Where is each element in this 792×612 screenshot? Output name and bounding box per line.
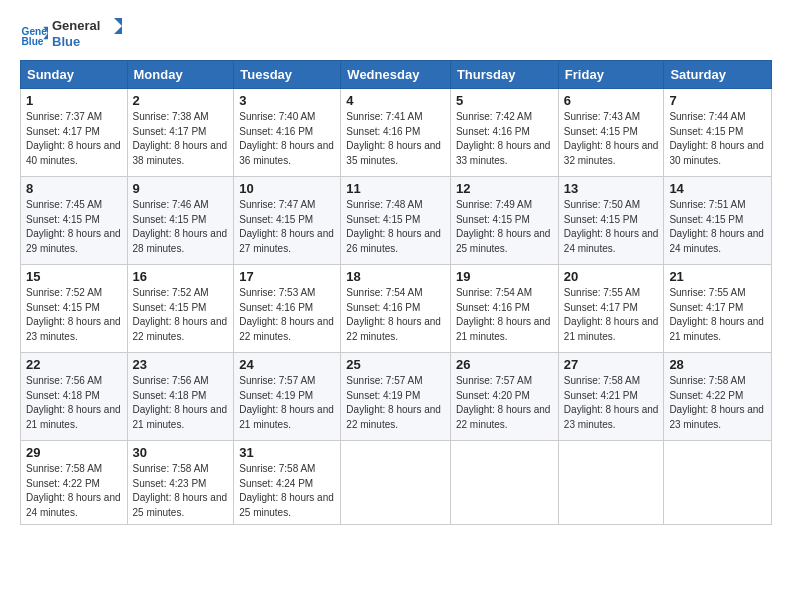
- weekday-header-tuesday: Tuesday: [234, 61, 341, 89]
- day-info: Sunrise: 7:54 AMSunset: 4:16 PMDaylight:…: [456, 287, 551, 342]
- calendar-cell: 28 Sunrise: 7:58 AMSunset: 4:22 PMDaylig…: [664, 353, 772, 441]
- day-info: Sunrise: 7:57 AMSunset: 4:19 PMDaylight:…: [346, 375, 441, 430]
- calendar-week-4: 22 Sunrise: 7:56 AMSunset: 4:18 PMDaylig…: [21, 353, 772, 441]
- svg-text:Blue: Blue: [22, 36, 44, 47]
- day-number: 3: [239, 93, 335, 108]
- day-info: Sunrise: 7:43 AMSunset: 4:15 PMDaylight:…: [564, 111, 659, 166]
- day-number: 22: [26, 357, 122, 372]
- day-number: 15: [26, 269, 122, 284]
- day-info: Sunrise: 7:56 AMSunset: 4:18 PMDaylight:…: [26, 375, 121, 430]
- calendar-cell: 19 Sunrise: 7:54 AMSunset: 4:16 PMDaylig…: [450, 265, 558, 353]
- day-number: 5: [456, 93, 553, 108]
- svg-marker-5: [114, 18, 122, 34]
- day-number: 9: [133, 181, 229, 196]
- logo-svg: General Blue: [52, 16, 122, 50]
- logo-icon: General Blue: [20, 19, 48, 47]
- day-info: Sunrise: 7:45 AMSunset: 4:15 PMDaylight:…: [26, 199, 121, 254]
- calendar-cell: 31 Sunrise: 7:58 AMSunset: 4:24 PMDaylig…: [234, 441, 341, 525]
- day-info: Sunrise: 7:58 AMSunset: 4:22 PMDaylight:…: [26, 463, 121, 518]
- calendar-cell: 23 Sunrise: 7:56 AMSunset: 4:18 PMDaylig…: [127, 353, 234, 441]
- calendar-cell: 25 Sunrise: 7:57 AMSunset: 4:19 PMDaylig…: [341, 353, 451, 441]
- day-number: 7: [669, 93, 766, 108]
- calendar-cell: [664, 441, 772, 525]
- calendar-week-1: 1 Sunrise: 7:37 AMSunset: 4:17 PMDayligh…: [21, 89, 772, 177]
- day-number: 20: [564, 269, 659, 284]
- calendar-cell: 2 Sunrise: 7:38 AMSunset: 4:17 PMDayligh…: [127, 89, 234, 177]
- day-number: 18: [346, 269, 445, 284]
- calendar-cell: 21 Sunrise: 7:55 AMSunset: 4:17 PMDaylig…: [664, 265, 772, 353]
- day-number: 29: [26, 445, 122, 460]
- day-info: Sunrise: 7:41 AMSunset: 4:16 PMDaylight:…: [346, 111, 441, 166]
- day-info: Sunrise: 7:52 AMSunset: 4:15 PMDaylight:…: [133, 287, 228, 342]
- calendar-cell: 24 Sunrise: 7:57 AMSunset: 4:19 PMDaylig…: [234, 353, 341, 441]
- day-number: 1: [26, 93, 122, 108]
- weekday-header-sunday: Sunday: [21, 61, 128, 89]
- day-info: Sunrise: 7:40 AMSunset: 4:16 PMDaylight:…: [239, 111, 334, 166]
- calendar-cell: 17 Sunrise: 7:53 AMSunset: 4:16 PMDaylig…: [234, 265, 341, 353]
- day-number: 17: [239, 269, 335, 284]
- calendar-cell: 16 Sunrise: 7:52 AMSunset: 4:15 PMDaylig…: [127, 265, 234, 353]
- day-number: 23: [133, 357, 229, 372]
- calendar-cell: [341, 441, 451, 525]
- day-info: Sunrise: 7:47 AMSunset: 4:15 PMDaylight:…: [239, 199, 334, 254]
- day-number: 24: [239, 357, 335, 372]
- logo: General Blue General Blue: [20, 16, 122, 50]
- day-number: 16: [133, 269, 229, 284]
- day-info: Sunrise: 7:58 AMSunset: 4:21 PMDaylight:…: [564, 375, 659, 430]
- day-info: Sunrise: 7:54 AMSunset: 4:16 PMDaylight:…: [346, 287, 441, 342]
- day-number: 10: [239, 181, 335, 196]
- calendar-week-2: 8 Sunrise: 7:45 AMSunset: 4:15 PMDayligh…: [21, 177, 772, 265]
- calendar-cell: 8 Sunrise: 7:45 AMSunset: 4:15 PMDayligh…: [21, 177, 128, 265]
- calendar-cell: 22 Sunrise: 7:56 AMSunset: 4:18 PMDaylig…: [21, 353, 128, 441]
- day-number: 31: [239, 445, 335, 460]
- day-info: Sunrise: 7:50 AMSunset: 4:15 PMDaylight:…: [564, 199, 659, 254]
- day-info: Sunrise: 7:55 AMSunset: 4:17 PMDaylight:…: [564, 287, 659, 342]
- day-info: Sunrise: 7:58 AMSunset: 4:22 PMDaylight:…: [669, 375, 764, 430]
- svg-text:Blue: Blue: [52, 34, 80, 49]
- calendar-cell: 18 Sunrise: 7:54 AMSunset: 4:16 PMDaylig…: [341, 265, 451, 353]
- calendar-cell: 30 Sunrise: 7:58 AMSunset: 4:23 PMDaylig…: [127, 441, 234, 525]
- calendar-cell: 29 Sunrise: 7:58 AMSunset: 4:22 PMDaylig…: [21, 441, 128, 525]
- day-number: 6: [564, 93, 659, 108]
- weekday-header-saturday: Saturday: [664, 61, 772, 89]
- day-number: 30: [133, 445, 229, 460]
- day-info: Sunrise: 7:58 AMSunset: 4:24 PMDaylight:…: [239, 463, 334, 518]
- day-number: 2: [133, 93, 229, 108]
- weekday-header-friday: Friday: [558, 61, 664, 89]
- day-number: 25: [346, 357, 445, 372]
- day-info: Sunrise: 7:53 AMSunset: 4:16 PMDaylight:…: [239, 287, 334, 342]
- calendar-cell: 10 Sunrise: 7:47 AMSunset: 4:15 PMDaylig…: [234, 177, 341, 265]
- day-number: 8: [26, 181, 122, 196]
- day-number: 28: [669, 357, 766, 372]
- calendar-cell: 3 Sunrise: 7:40 AMSunset: 4:16 PMDayligh…: [234, 89, 341, 177]
- calendar-week-3: 15 Sunrise: 7:52 AMSunset: 4:15 PMDaylig…: [21, 265, 772, 353]
- calendar-cell: 7 Sunrise: 7:44 AMSunset: 4:15 PMDayligh…: [664, 89, 772, 177]
- svg-text:General: General: [52, 18, 100, 33]
- calendar-cell: 5 Sunrise: 7:42 AMSunset: 4:16 PMDayligh…: [450, 89, 558, 177]
- day-info: Sunrise: 7:58 AMSunset: 4:23 PMDaylight:…: [133, 463, 228, 518]
- calendar-cell: 6 Sunrise: 7:43 AMSunset: 4:15 PMDayligh…: [558, 89, 664, 177]
- day-number: 11: [346, 181, 445, 196]
- day-info: Sunrise: 7:55 AMSunset: 4:17 PMDaylight:…: [669, 287, 764, 342]
- calendar-cell: [450, 441, 558, 525]
- calendar-cell: [558, 441, 664, 525]
- day-number: 12: [456, 181, 553, 196]
- calendar-cell: 20 Sunrise: 7:55 AMSunset: 4:17 PMDaylig…: [558, 265, 664, 353]
- day-number: 26: [456, 357, 553, 372]
- day-info: Sunrise: 7:56 AMSunset: 4:18 PMDaylight:…: [133, 375, 228, 430]
- calendar-cell: 4 Sunrise: 7:41 AMSunset: 4:16 PMDayligh…: [341, 89, 451, 177]
- day-info: Sunrise: 7:51 AMSunset: 4:15 PMDaylight:…: [669, 199, 764, 254]
- day-info: Sunrise: 7:52 AMSunset: 4:15 PMDaylight:…: [26, 287, 121, 342]
- weekday-header-thursday: Thursday: [450, 61, 558, 89]
- day-info: Sunrise: 7:38 AMSunset: 4:17 PMDaylight:…: [133, 111, 228, 166]
- day-info: Sunrise: 7:37 AMSunset: 4:17 PMDaylight:…: [26, 111, 121, 166]
- day-number: 21: [669, 269, 766, 284]
- page: General Blue General Blue SundayMondayTu…: [0, 0, 792, 612]
- calendar-cell: 27 Sunrise: 7:58 AMSunset: 4:21 PMDaylig…: [558, 353, 664, 441]
- day-info: Sunrise: 7:48 AMSunset: 4:15 PMDaylight:…: [346, 199, 441, 254]
- day-info: Sunrise: 7:46 AMSunset: 4:15 PMDaylight:…: [133, 199, 228, 254]
- calendar-cell: 14 Sunrise: 7:51 AMSunset: 4:15 PMDaylig…: [664, 177, 772, 265]
- day-number: 27: [564, 357, 659, 372]
- calendar-cell: 26 Sunrise: 7:57 AMSunset: 4:20 PMDaylig…: [450, 353, 558, 441]
- day-number: 13: [564, 181, 659, 196]
